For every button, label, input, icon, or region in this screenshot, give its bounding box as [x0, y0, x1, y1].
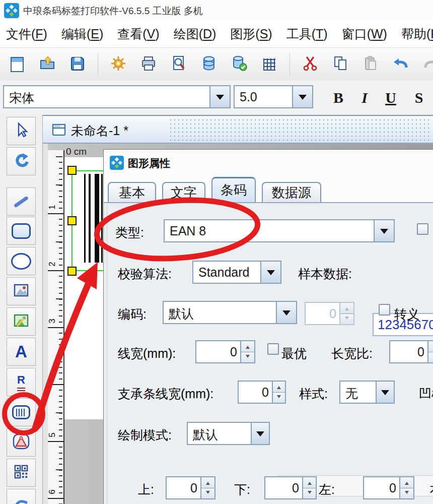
barcode-type-value[interactable]: EAN 8 [165, 220, 374, 241]
check-algo-dropdown-button[interactable] [260, 262, 280, 283]
spinner-up-button[interactable] [241, 341, 254, 352]
quiet-left-spinner[interactable]: 0 [363, 476, 414, 499]
font-size-combobox[interactable]: 5.0 [234, 85, 313, 108]
font-size-dropdown-button[interactable] [292, 86, 312, 107]
draw-mode-dropdown-button[interactable] [251, 423, 269, 444]
rounded-rect-tool-button[interactable] [7, 217, 36, 245]
style-combobox[interactable]: 无 [339, 381, 395, 404]
grid-button[interactable] [259, 54, 279, 75]
selection-handle-top-left[interactable] [67, 166, 77, 175]
rotate-tool-button[interactable] [7, 147, 36, 175]
menu-view[interactable]: 查看(V) [117, 26, 159, 42]
menu-window[interactable]: 窗口(W) [342, 26, 387, 42]
menu-help[interactable]: 帮助(H) [401, 26, 433, 42]
style-value[interactable]: 无 [340, 382, 376, 403]
barcode-type-dropdown-button[interactable] [374, 220, 394, 241]
spinner-down-button[interactable] [428, 352, 433, 363]
spinner-up-button[interactable] [201, 477, 214, 488]
draw-mode-combobox[interactable]: 默认 [187, 422, 270, 445]
select-tool-button[interactable] [7, 117, 36, 145]
bearer-width-value[interactable]: 0 [238, 381, 272, 404]
copy-icon [332, 55, 349, 74]
new-document-button[interactable] [7, 54, 27, 75]
bold-button[interactable]: B [327, 85, 349, 110]
image-tool-button[interactable] [7, 277, 36, 305]
font-name-value[interactable]: 宋体 [4, 86, 209, 107]
italic-button[interactable]: I [353, 85, 376, 110]
rich-text-tool-button[interactable]: R [7, 368, 36, 396]
tab-text[interactable]: 文字 [162, 182, 205, 202]
quiet-top-spinner[interactable]: 0 [166, 476, 215, 499]
selection-handle-bottom-left[interactable] [67, 267, 77, 276]
check-algo-combobox[interactable]: Standard [192, 261, 281, 284]
menu-file[interactable]: 文件(F) [6, 26, 47, 42]
font-name-combobox[interactable]: 宋体 [3, 85, 231, 108]
document-tab[interactable]: 未命名-1 * [71, 122, 128, 139]
ellipse-icon [11, 253, 31, 270]
database-check-button[interactable] [229, 54, 249, 75]
settings-button[interactable] [108, 54, 128, 75]
tab-basic[interactable]: 基本 [108, 182, 156, 202]
spinner-up-button[interactable] [273, 382, 285, 393]
encoding-combobox[interactable]: 默认 [163, 301, 297, 324]
menu-tools[interactable]: 工具(T) [286, 26, 328, 42]
curve-tool-button[interactable] [7, 489, 36, 504]
check-algo-value[interactable]: Standard [193, 262, 260, 283]
encoding-dropdown-button[interactable] [276, 302, 296, 323]
strikethrough-button[interactable]: S [408, 85, 430, 110]
rotate-icon [13, 152, 29, 170]
barcode-tool-button[interactable] [7, 398, 36, 426]
menu-draw[interactable]: 绘图(D) [174, 26, 216, 42]
spinner-up-button[interactable] [428, 341, 433, 352]
line-width-spinner[interactable]: 0 [195, 340, 255, 363]
text-tool-button[interactable]: A [7, 338, 36, 366]
spinner-up-button[interactable] [400, 477, 413, 488]
undo-icon [392, 55, 409, 74]
quiet-left-value[interactable]: 0 [363, 476, 399, 499]
spinner-up-button[interactable] [303, 477, 316, 488]
type-extra-checkbox[interactable] [417, 223, 428, 235]
database-button[interactable] [199, 54, 219, 75]
barcode-type-combobox[interactable]: EAN 8 [164, 219, 395, 242]
tab-barcode[interactable]: 条码 [211, 177, 256, 202]
line-tool-button[interactable] [7, 187, 36, 216]
quiet-bottom-spinner[interactable]: 0 [264, 476, 317, 499]
ellipse-tool-button[interactable] [7, 247, 36, 275]
print-button[interactable] [138, 54, 159, 75]
ratio-spinner[interactable]: 0 [389, 340, 433, 363]
spinner-down-button[interactable] [303, 488, 316, 499]
open-file-button[interactable] [37, 54, 57, 75]
menu-edit[interactable]: 编辑(E) [61, 26, 103, 42]
escape-checkbox[interactable] [379, 304, 390, 316]
print-preview-button[interactable] [169, 54, 189, 75]
spinner-down-button[interactable] [241, 352, 254, 363]
draw-mode-value[interactable]: 默认 [188, 423, 251, 444]
paste-button[interactable] [360, 54, 381, 75]
spinner-down-button[interactable] [273, 393, 285, 403]
undo-button[interactable] [391, 54, 411, 75]
optimal-checkbox[interactable] [267, 343, 279, 355]
encoding-value[interactable]: 默认 [164, 302, 276, 323]
font-name-dropdown-button[interactable] [209, 86, 230, 107]
line-width-value[interactable]: 0 [195, 340, 240, 363]
tab-datasource[interactable]: 数据源 [262, 182, 321, 202]
quiet-bottom-value[interactable]: 0 [264, 476, 302, 499]
bearer-width-spinner[interactable]: 0 [238, 381, 286, 404]
spinner-down-button[interactable] [201, 488, 214, 499]
spinner-down-button[interactable] [400, 488, 413, 499]
menu-view-text: 查看( [117, 27, 147, 41]
cut-button[interactable] [300, 54, 320, 75]
font-size-value[interactable]: 5.0 [235, 86, 292, 107]
qrcode-tool-button[interactable] [7, 459, 36, 487]
ratio-value[interactable]: 0 [389, 340, 427, 363]
style-dropdown-button[interactable] [376, 382, 394, 403]
quiet-top-value[interactable]: 0 [166, 476, 200, 499]
selection-handle-middle-left[interactable] [67, 216, 77, 225]
shape-tool-button[interactable] [7, 428, 36, 457]
redo-button[interactable] [421, 54, 433, 75]
menu-shape[interactable]: 图形(S) [230, 26, 272, 42]
underline-button[interactable]: U [380, 85, 402, 110]
copy-button[interactable] [330, 54, 350, 75]
image-edit-tool-button[interactable] [7, 307, 36, 336]
save-button[interactable] [67, 54, 88, 75]
